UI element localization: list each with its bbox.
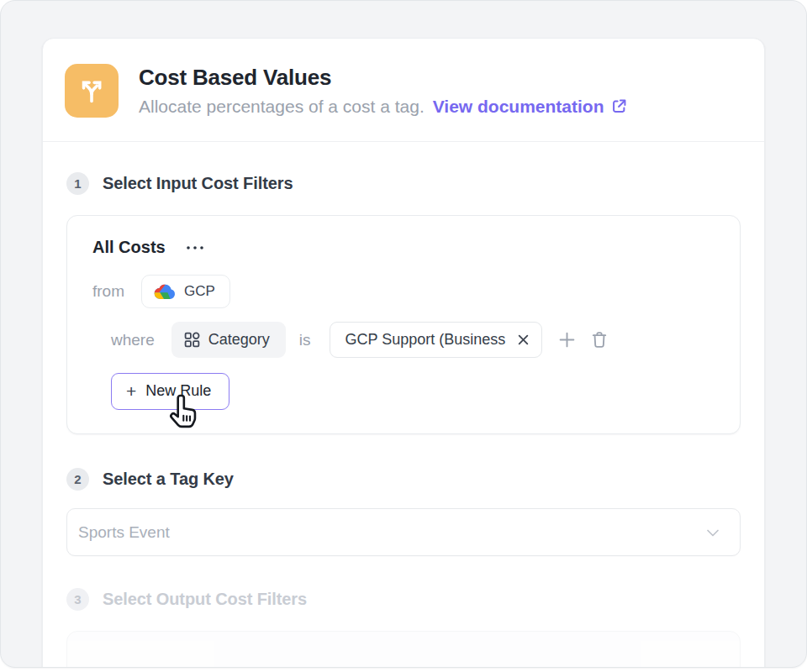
new-rule-label: New Rule [145, 382, 211, 400]
where-row: where Category is [111, 322, 715, 358]
step-2-title: Select a Tag Key [103, 470, 234, 489]
field-label: Category [208, 331, 270, 349]
step-2-header: 2 Select a Tag Key [66, 468, 741, 491]
provider-chip[interactable]: GCP [141, 275, 230, 308]
page-background: Cost Based Values Allocate percentages o… [0, 0, 807, 668]
filter-value-label: GCP Support (Business [345, 331, 506, 349]
doc-link-label: View documentation [433, 96, 604, 118]
step-1-title: Select Input Cost Filters [103, 174, 293, 193]
content: 1 Select Input Cost Filters All Costs [43, 172, 764, 668]
page-title: Cost Based Values [139, 65, 628, 90]
more-options-button[interactable] [184, 242, 206, 254]
step-1-header: 1 Select Input Cost Filters [66, 172, 741, 195]
split-arrows-icon [65, 64, 119, 118]
close-x-icon [517, 333, 530, 346]
field-chip[interactable]: Category [171, 322, 286, 358]
trash-icon [590, 330, 609, 349]
horizontal-ellipsis-icon [186, 245, 204, 250]
category-grid-icon [184, 332, 200, 348]
from-label: from [92, 282, 124, 301]
add-value-button[interactable] [558, 331, 576, 349]
view-documentation-link[interactable]: View documentation [433, 96, 628, 118]
step-2-badge: 2 [66, 468, 89, 491]
output-cost-filter-card-disabled [66, 631, 741, 668]
from-row: from [92, 275, 715, 308]
external-link-icon [610, 97, 628, 115]
header-divider [43, 141, 764, 142]
tag-key-selected-value: Sports Event [78, 523, 703, 542]
filter-value-chip[interactable]: GCP Support (Business [330, 322, 543, 358]
provider-label: GCP [184, 283, 215, 300]
delete-rule-button[interactable] [590, 330, 609, 349]
chevron-down-icon [703, 522, 723, 543]
input-cost-filter-card: All Costs from [66, 215, 741, 434]
where-label: where [111, 331, 155, 349]
step-3-badge: 3 [66, 588, 89, 611]
step-3-title: Select Output Cost Filters [103, 590, 307, 609]
plus-glyph: + [126, 383, 136, 400]
header: Cost Based Values Allocate percentages o… [43, 39, 764, 141]
header-text: Cost Based Values Allocate percentages o… [139, 65, 628, 118]
subtitle-text: Allocate percentages of a cost a tag. [139, 96, 425, 118]
operator-label: is [299, 331, 311, 349]
main-card: Cost Based Values Allocate percentages o… [42, 38, 765, 668]
page-subtitle: Allocate percentages of a cost a tag. Vi… [139, 96, 628, 118]
new-rule-wrapper: + New Rule [111, 373, 229, 410]
step-1-badge: 1 [66, 172, 89, 195]
tag-key-select[interactable]: Sports Event [66, 508, 741, 556]
gcp-logo-icon [153, 283, 176, 300]
plus-icon [558, 331, 576, 349]
filter-card-title-row: All Costs [92, 238, 715, 257]
step-3-header: 3 Select Output Cost Filters [66, 588, 741, 611]
remove-value-button[interactable] [517, 333, 530, 346]
filter-name: All Costs [92, 238, 166, 257]
new-rule-button[interactable]: + New Rule [111, 373, 229, 410]
